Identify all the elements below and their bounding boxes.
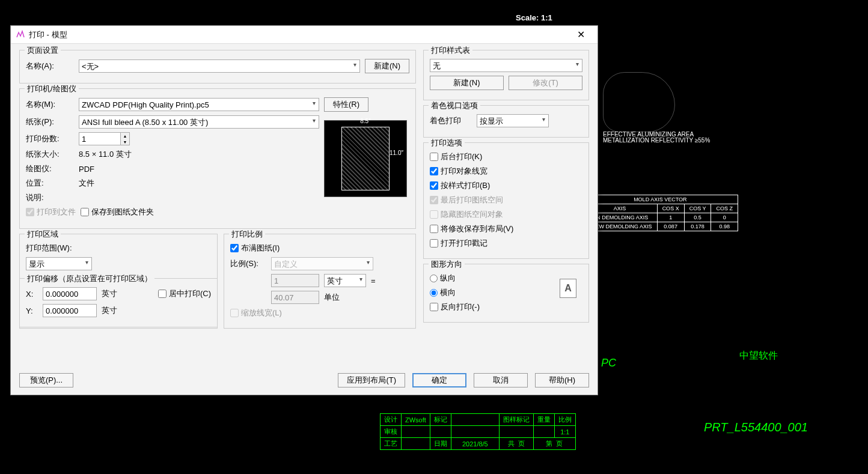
- center-plot-check[interactable]: 居中打印(C): [158, 288, 211, 299]
- scale-denom-input: [271, 291, 319, 304]
- viewport-group: 着色视口选项 着色打印 按显示: [423, 105, 589, 138]
- scale-indicator: Scale: 1:1: [516, 13, 552, 22]
- hide-paperspace-check: 隐藏图纸空间对象: [430, 209, 503, 220]
- upside-down-check[interactable]: 反向打印(-): [430, 302, 480, 312]
- cad-title-block: 设计ZWsoft标记图样标记重量比例 审核1:1 工艺日期2021/8/5共 页…: [380, 413, 576, 450]
- cad-part-number: PRT_L554400_001: [704, 421, 808, 434]
- paper-select[interactable]: ANSI full bleed A (8.50 x 11.00 英寸): [79, 115, 319, 129]
- plot-scale-group: 打印比例 布满图纸(I) 比例(S): 自定义 英寸 =: [224, 234, 416, 329]
- plot-offset-group: 打印偏移（原点设置在可打印区域） X: 英寸 居中打印(C) Y: 英寸: [19, 278, 218, 327]
- offset-x-input[interactable]: [43, 287, 97, 300]
- paper-preview: 8.5″ 11.0″: [324, 120, 407, 197]
- app-icon: [16, 30, 25, 40]
- copies-input[interactable]: [79, 132, 121, 145]
- scale-lineweight-check: 缩放线宽(L): [230, 308, 282, 318]
- style-new-button[interactable]: 新建(N): [430, 76, 504, 90]
- plot-styles-check[interactable]: 按样式打印(B): [430, 180, 490, 191]
- dialog-footer: 预览(P)... 应用到布局(T) 确定 取消 帮助(H): [19, 373, 589, 387]
- bg-plot-check[interactable]: 后台打印(K): [430, 151, 482, 162]
- spin-down[interactable]: ▼: [121, 139, 129, 145]
- orientation-icon: A: [560, 279, 576, 298]
- scale-num-input: [271, 274, 319, 287]
- offset-y-input[interactable]: [43, 304, 97, 317]
- help-button[interactable]: 帮助(H): [535, 373, 589, 387]
- plot-style-group: 打印样式表 无 新建(N) 修改(T): [423, 50, 589, 100]
- plot-options-group: 打印选项 后台打印(K) 打印对象线宽 按样式打印(B) 最后打印图纸空间 隐藏…: [423, 142, 589, 259]
- printer-name-select[interactable]: ZWCAD PDF(High Quality Print).pc5: [79, 98, 319, 111]
- fit-paper-check[interactable]: 布满图纸(I): [230, 243, 280, 254]
- page-name-select[interactable]: <无>: [79, 59, 360, 73]
- dialog-title: 打印 - 模型: [29, 29, 569, 40]
- page-setup-group: 页面设置 名称(A): <无> 新建(N): [19, 50, 416, 84]
- landscape-radio[interactable]: 横向: [430, 287, 456, 298]
- close-button[interactable]: ✕: [569, 26, 593, 43]
- copies-spinner[interactable]: ▲▼: [79, 132, 130, 145]
- cad-vector-table: MOLD AXIS VECTOR AXISCOS XCOS YCOS Z AIN…: [582, 195, 738, 231]
- print-to-file-check: 打印到文件: [26, 207, 76, 217]
- printer-group: 打印机/绘图仪 名称(M): ZWCAD PDF(High Quality Pr…: [19, 88, 416, 229]
- titlebar[interactable]: 打印 - 模型 ✕: [11, 26, 598, 44]
- cad-material: PC: [601, 357, 616, 369]
- print-dialog: 打印 - 模型 ✕ 页面设置 名称(A): <无> 新建(N) 打印机/绘图仪 …: [10, 25, 598, 395]
- cancel-button[interactable]: 取消: [474, 373, 528, 387]
- portrait-radio[interactable]: 纵向: [430, 273, 456, 284]
- plot-stamp-check[interactable]: 打开打印戳记: [430, 238, 487, 249]
- printer-props-button[interactable]: 特性(R): [324, 97, 368, 112]
- orientation-group: 图形方向 纵向 横向 反向打印(-) A: [423, 264, 589, 323]
- lineweight-check[interactable]: 打印对象线宽: [430, 166, 487, 177]
- shade-select[interactable]: 按显示: [477, 114, 549, 127]
- scale-select: 自定义: [271, 257, 373, 270]
- page-name-label: 名称(A):: [26, 61, 74, 71]
- last-paperspace-check: 最后打印图纸空间: [430, 195, 503, 205]
- save-layout-check[interactable]: 将修改保存到布局(V): [430, 223, 513, 234]
- spin-up[interactable]: ▲: [121, 133, 129, 139]
- scale-unit-select[interactable]: 英寸: [324, 274, 366, 287]
- ok-button[interactable]: 确定: [412, 373, 466, 387]
- save-sheet-check[interactable]: 保存到图纸文件夹: [81, 207, 154, 217]
- apply-layout-button[interactable]: 应用到布局(T): [338, 373, 405, 387]
- preview-button[interactable]: 预览(P)...: [19, 373, 73, 387]
- page-new-button[interactable]: 新建(N): [365, 59, 409, 73]
- plot-range-select[interactable]: 显示: [26, 257, 92, 270]
- style-edit-button: 修改(T): [509, 76, 582, 90]
- cad-shape: [603, 72, 675, 132]
- style-select[interactable]: 无: [430, 59, 582, 72]
- cad-company: 中望软件: [739, 350, 778, 362]
- cad-annotation: METALLIZATION REFLECTIVITY ≥55%: [603, 137, 710, 144]
